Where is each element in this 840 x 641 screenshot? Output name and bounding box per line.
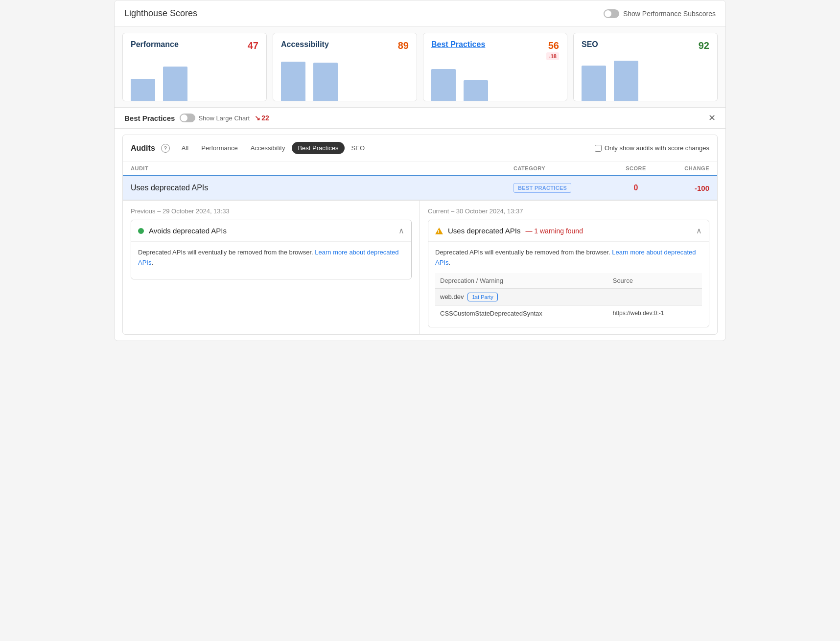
col-source: Source xyxy=(608,273,702,289)
deprecation-cell: CSSCustomStateDeprecatedSyntax xyxy=(435,305,608,321)
score-card-right-performance: 47 xyxy=(248,40,258,51)
score-value-performance: 47 xyxy=(248,40,258,51)
main-container: Lighthouse Scores Show Performance Subsc… xyxy=(114,0,726,341)
score-value-best-practices: 56 xyxy=(548,40,559,51)
only-show-changes-checkbox[interactable] xyxy=(595,145,602,152)
chart-bar xyxy=(163,67,187,101)
pass-dot-icon xyxy=(138,228,144,234)
current-audit-card: Uses deprecated APIs — 1 warning found ∧… xyxy=(428,220,709,327)
only-show-changes-label[interactable]: Only show audits with score changes xyxy=(595,144,709,152)
only-show-changes-text: Only show audits with score changes xyxy=(605,144,709,152)
source-cell xyxy=(608,288,702,305)
audits-title-group: Audits ? AllPerformanceAccessibilityBest… xyxy=(131,142,371,154)
previous-audit-card: Avoids deprecated APIs ∧ Deprecated APIs… xyxy=(131,220,412,279)
filter-tabs: AllPerformanceAccessibilityBest Practice… xyxy=(176,142,371,154)
chart-bar xyxy=(464,80,488,101)
col-change: Change xyxy=(660,165,709,171)
filter-tab-performance[interactable]: Performance xyxy=(195,142,243,154)
source-cell: https://web.dev:0:-1 xyxy=(608,305,702,321)
filter-tab-all[interactable]: All xyxy=(176,142,194,154)
chart-bar xyxy=(313,63,338,101)
current-audit-title-row: Uses deprecated APIs — 1 warning found xyxy=(435,227,583,235)
bp-change-indicator: ↘ 22 xyxy=(255,114,269,122)
current-panel: Current – 30 October 2024, 13:37 Uses de… xyxy=(420,201,717,334)
lighthouse-header: Lighthouse Scores Show Performance Subsc… xyxy=(115,0,725,27)
warning-triangle-icon xyxy=(435,228,443,234)
score-card-performance[interactable]: Performance47 xyxy=(122,33,267,101)
table-row[interactable]: Uses deprecated APIs BEST PRACTICES 0 -1… xyxy=(123,176,717,200)
bp-banner-title: Best Practices xyxy=(124,114,175,122)
score-card-seo[interactable]: SEO92 xyxy=(573,33,718,101)
down-arrow-icon: ↘ xyxy=(255,114,260,122)
audits-help-icon[interactable]: ? xyxy=(161,144,170,153)
warning-count-text: — 1 warning found xyxy=(525,227,583,235)
audit-change: -100 xyxy=(660,184,709,192)
audits-section: Audits ? AllPerformanceAccessibilityBest… xyxy=(122,135,718,335)
score-card-best-practices[interactable]: Best Practices56-18 xyxy=(423,33,567,101)
current-label: Current – 30 October 2024, 13:37 xyxy=(428,207,709,215)
bp-change-value: 22 xyxy=(261,114,269,122)
chevron-up-icon: ∧ xyxy=(398,226,404,235)
deprecation-table: Deprecation / Warning Source web.dev1st … xyxy=(435,273,702,321)
chart-bar xyxy=(431,69,456,101)
audit-score: 0 xyxy=(611,183,660,192)
table-row: CSSCustomStateDeprecatedSyntaxhttps://we… xyxy=(435,305,702,321)
score-value-accessibility: 89 xyxy=(398,40,409,51)
show-subscores-control[interactable]: Show Performance Subscores xyxy=(604,9,716,18)
category-cell: BEST PRACTICES xyxy=(513,183,611,193)
score-change-badge-best-practices: -18 xyxy=(546,52,559,60)
previous-audit-header[interactable]: Avoids deprecated APIs ∧ xyxy=(131,220,411,241)
score-cards-row: Performance47Accessibility89Best Practic… xyxy=(115,27,725,108)
audit-name: Uses deprecated APIs xyxy=(131,183,513,192)
comparison-section: Previous – 29 October 2024, 13:33 Avoids… xyxy=(123,200,717,334)
subscores-toggle[interactable] xyxy=(604,9,619,18)
previous-audit-body: Deprecated APIs will eventually be remov… xyxy=(131,241,411,279)
mini-chart-best-practices xyxy=(423,62,567,101)
current-audit-body: Deprecated APIs will eventually be remov… xyxy=(428,241,709,327)
score-card-right-seo: 92 xyxy=(699,40,709,51)
mini-chart-performance xyxy=(123,62,266,101)
show-large-chart-label: Show Large Chart xyxy=(198,114,250,122)
score-card-title-best-practices[interactable]: Best Practices xyxy=(431,40,485,49)
score-card-right-accessibility: 89 xyxy=(398,40,409,51)
chart-bar xyxy=(281,62,305,101)
current-audit-header[interactable]: Uses deprecated APIs — 1 warning found ∧ xyxy=(428,220,709,241)
chevron-up-icon-2: ∧ xyxy=(696,226,702,235)
current-audit-description: Deprecated APIs will eventually be remov… xyxy=(435,248,702,268)
close-icon[interactable]: ✕ xyxy=(708,113,716,123)
col-score: Score xyxy=(611,165,660,171)
large-chart-toggle-dot[interactable] xyxy=(180,114,195,122)
col-category: Category xyxy=(513,165,611,171)
audits-title: Audits xyxy=(131,144,155,153)
previous-audit-title: Avoids deprecated APIs xyxy=(149,227,227,235)
score-card-title-accessibility: Accessibility xyxy=(281,40,329,49)
category-badge: BEST PRACTICES xyxy=(513,183,571,193)
table-row: web.dev1st Party xyxy=(435,288,702,305)
previous-audit-description: Deprecated APIs will eventually be remov… xyxy=(138,248,404,268)
score-card-right-best-practices: 56-18 xyxy=(546,40,559,60)
mini-chart-seo xyxy=(574,62,717,101)
filter-tab-accessibility[interactable]: Accessibility xyxy=(245,142,291,154)
col-deprecation: Deprecation / Warning xyxy=(435,273,608,289)
previous-audit-title-row: Avoids deprecated APIs xyxy=(138,227,227,235)
audits-header: Audits ? AllPerformanceAccessibilityBest… xyxy=(123,135,717,161)
deprecation-cell: web.dev1st Party xyxy=(435,288,608,305)
score-card-accessibility[interactable]: Accessibility89 xyxy=(273,33,417,101)
bp-banner: Best Practices Show Large Chart ↘ 22 ✕ xyxy=(115,108,725,129)
score-card-title-seo: SEO xyxy=(582,40,598,49)
chart-bar xyxy=(582,66,606,101)
current-audit-title: Uses deprecated APIs xyxy=(448,227,520,235)
bp-large-chart-toggle[interactable]: Show Large Chart xyxy=(180,114,250,122)
filter-tab-seo[interactable]: SEO xyxy=(346,142,371,154)
previous-label: Previous – 29 October 2024, 13:33 xyxy=(131,207,412,215)
audit-table-header: Audit Category Score Change xyxy=(123,161,717,176)
filter-tab-best-practices[interactable]: Best Practices xyxy=(292,142,344,154)
score-value-seo: 92 xyxy=(699,40,709,51)
chart-bar xyxy=(614,61,638,101)
chart-bar xyxy=(131,79,155,101)
previous-panel: Previous – 29 October 2024, 13:33 Avoids… xyxy=(123,201,420,334)
score-card-title-performance: Performance xyxy=(131,40,179,49)
col-audit: Audit xyxy=(131,165,513,171)
party-badge: 1st Party xyxy=(467,293,497,301)
show-subscores-label: Show Performance Subscores xyxy=(623,10,716,18)
